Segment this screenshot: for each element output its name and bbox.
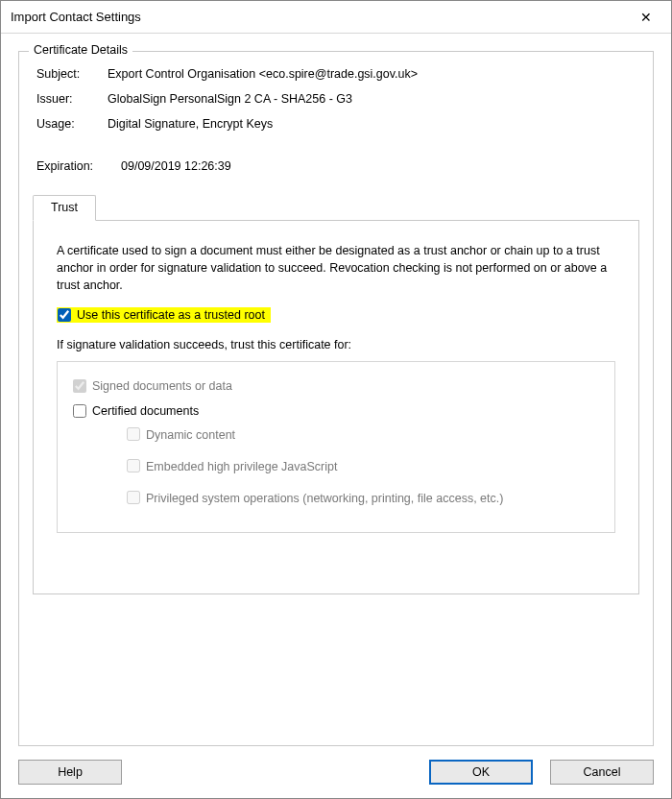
signed-docs-label: Signed documents or data: [92, 379, 232, 393]
window-title: Import Contact Settings: [11, 10, 141, 24]
issuer-row: Issuer: GlobalSign PersonalSign 2 CA - S…: [33, 86, 639, 111]
help-button-label: Help: [58, 765, 83, 779]
usage-row: Usage: Digital Signature, Encrypt Keys: [33, 111, 639, 136]
subject-row: Subject: Export Control Organisation <ec…: [33, 61, 639, 86]
expiration-label: Expiration:: [36, 159, 121, 173]
dialog-buttons: Help OK Cancel: [18, 746, 654, 785]
trust-info-text: A certificate used to sign a document mu…: [57, 242, 615, 294]
priv-ops-checkbox: [127, 491, 140, 504]
trust-for-label: If signature validation succeeds, trust …: [57, 338, 615, 351]
tab-strip: Trust: [33, 194, 639, 220]
trusted-root-checkbox[interactable]: [58, 308, 71, 322]
close-icon: ✕: [640, 10, 652, 25]
tab-panel-trust: A certificate used to sign a document mu…: [33, 220, 639, 594]
ok-button-label: OK: [472, 765, 490, 779]
trusted-root-highlight: Use this certificate as a trusted root: [57, 307, 271, 323]
certificate-details-group: Certificate Details Subject: Export Cont…: [18, 51, 654, 746]
ok-button[interactable]: OK: [429, 760, 533, 785]
signed-docs-checkbox: [73, 379, 86, 393]
subject-value: Export Control Organisation <eco.spire@t…: [108, 67, 418, 81]
issuer-label: Issuer:: [36, 92, 108, 106]
usage-value: Digital Signature, Encrypt Keys: [108, 117, 273, 131]
close-button[interactable]: ✕: [627, 4, 665, 31]
dynamic-content-checkbox: [127, 427, 140, 441]
expiration-value: 09/09/2019 12:26:39: [121, 159, 231, 173]
tab-trust[interactable]: Trust: [33, 195, 96, 221]
embedded-js-row: Embedded high privilege JavaScript: [127, 451, 599, 483]
certified-nested-options: Dynamic content Embedded high privilege …: [127, 420, 599, 515]
cancel-button[interactable]: Cancel: [550, 760, 654, 785]
expiration-row: Expiration: 09/09/2019 12:26:39: [33, 154, 639, 179]
trusted-root-label: Use this certificate as a trusted root: [77, 308, 265, 322]
dynamic-content-label: Dynamic content: [146, 427, 235, 444]
tab-trust-label: Trust: [51, 201, 78, 214]
priv-ops-row: Privileged system operations (networking…: [127, 483, 599, 515]
titlebar: Import Contact Settings ✕: [1, 1, 671, 34]
certified-docs-row: Certified documents: [73, 402, 599, 420]
help-button[interactable]: Help: [18, 760, 122, 785]
group-legend: Certificate Details: [29, 43, 132, 57]
right-buttons: OK Cancel: [429, 760, 654, 785]
dialog-body: Certificate Details Subject: Export Cont…: [1, 34, 671, 798]
trusted-root-row: Use this certificate as a trusted root: [57, 305, 615, 325]
certified-docs-checkbox[interactable]: [73, 404, 86, 418]
cancel-button-label: Cancel: [584, 765, 621, 779]
embedded-js-label: Embedded high privilege JavaScript: [146, 459, 337, 475]
issuer-value: GlobalSign PersonalSign 2 CA - SHA256 - …: [108, 92, 352, 106]
signed-docs-row: Signed documents or data: [73, 377, 599, 395]
priv-ops-label: Privileged system operations (networking…: [146, 491, 503, 507]
dynamic-content-row: Dynamic content: [127, 420, 599, 451]
dialog-window: Import Contact Settings ✕ Certificate De…: [0, 0, 672, 799]
subject-label: Subject:: [36, 67, 108, 81]
trust-options-box: Signed documents or data Certified docum…: [57, 361, 615, 533]
usage-label: Usage:: [36, 117, 108, 131]
embedded-js-checkbox: [127, 459, 140, 472]
tab-area: Trust A certificate used to sign a docum…: [33, 194, 639, 594]
certified-docs-label: Certified documents: [92, 404, 199, 418]
